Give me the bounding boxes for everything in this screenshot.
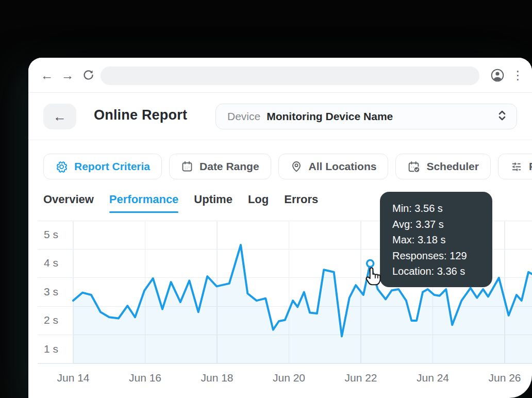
backdrop: ← → ⋮ ← Online Report	[0, 0, 532, 398]
browser-back-icon[interactable]: ←	[39, 67, 55, 84]
tooltip-avg: Avg: 3.37 s	[392, 217, 492, 233]
y-axis-tick-label: 5 s	[44, 228, 58, 240]
report-back-button[interactable]: ←	[43, 104, 76, 129]
browser-reload-icon[interactable]	[80, 67, 96, 84]
tooltip-responses: Responses: 129	[392, 248, 492, 264]
device-select-value: Monitoring Device Name	[267, 110, 497, 123]
tab-uptime[interactable]: Uptime	[194, 193, 232, 206]
x-axis-tick-label: Jun 26	[488, 372, 521, 384]
tab-overview[interactable]: Overview	[43, 193, 94, 206]
tab-errors[interactable]: Errors	[284, 193, 318, 206]
x-axis-tick-label: Jun 22	[344, 372, 377, 384]
tooltip-max: Max: 3.18 s	[392, 232, 492, 248]
tab-log[interactable]: Log	[248, 193, 269, 206]
location-pin-icon	[290, 160, 303, 173]
date-range-button[interactable]: Date Range	[169, 154, 271, 179]
sliders-icon	[510, 160, 523, 173]
report-criteria-button[interactable]: Report Criteria	[43, 154, 162, 179]
highlighted-datapoint[interactable]	[367, 260, 374, 267]
profile-avatar-icon[interactable]	[490, 68, 505, 85]
report-header: ← Online Report Device Monitoring Device…	[28, 93, 532, 140]
x-axis-tick-label: Jun 24	[417, 372, 449, 384]
x-axis-tick-label: Jun 14	[57, 372, 89, 384]
y-axis-tick-label: 2 s	[44, 314, 58, 326]
browser-forward-icon[interactable]: →	[59, 67, 76, 84]
x-axis-tick-label: Jun 16	[129, 372, 161, 384]
browser-window: ← → ⋮ ← Online Report	[28, 58, 532, 398]
report-toolbar: Report Criteria Date Range	[28, 140, 532, 191]
chevron-up-down-icon	[497, 109, 507, 124]
y-axis-tick-label: 4 s	[44, 257, 58, 269]
all-locations-label: All Locations	[309, 160, 377, 173]
address-bar[interactable]	[101, 67, 479, 85]
filter-button[interactable]: Filter	[498, 154, 532, 179]
x-axis-tick-label: Jun 20	[273, 372, 305, 384]
calendar-icon	[181, 160, 193, 173]
gear-icon	[55, 160, 68, 173]
all-locations-button[interactable]: All Locations	[278, 154, 389, 179]
scheduler-label: Scheduler	[426, 160, 479, 173]
browser-chrome: ← → ⋮	[28, 58, 532, 93]
tooltip-location: Location: 3.36 s	[392, 263, 492, 279]
filter-label: Filter	[529, 160, 532, 173]
calendar-check-icon	[407, 160, 420, 173]
report-criteria-label: Report Criteria	[74, 160, 150, 173]
tab-performance[interactable]: Performance	[109, 193, 179, 206]
x-axis-tick-label: Jun 18	[201, 372, 233, 384]
tooltip-min: Min: 3.56 s	[392, 201, 492, 217]
device-select[interactable]: Device Monitoring Device Name	[215, 104, 517, 129]
browser-menu-icon[interactable]: ⋮	[512, 67, 522, 84]
scheduler-button[interactable]: Scheduler	[395, 154, 491, 179]
page-title: Online Report	[94, 107, 187, 123]
y-axis-tick-label: 1 s	[44, 343, 58, 355]
date-range-label: Date Range	[200, 160, 259, 173]
device-select-label: Device	[227, 110, 260, 123]
datapoint-tooltip: Min: 3.56 s Avg: 3.37 s Max: 3.18 s Resp…	[380, 192, 492, 287]
y-axis-tick-label: 3 s	[44, 286, 58, 297]
chart-area: Jun 14Jun 16Jun 18Jun 20Jun 22Jun 24Jun …	[28, 221, 532, 398]
